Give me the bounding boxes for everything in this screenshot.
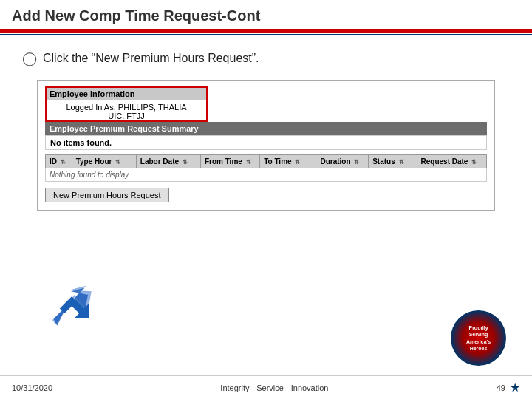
- arrow-indicator: [50, 284, 98, 335]
- logged-in-row: Logged In As: PHILLIPS, THALIA: [47, 103, 206, 112]
- footer-date: 10/31/2020: [12, 383, 52, 392]
- new-request-button[interactable]: New Premium Hours Request: [45, 188, 169, 202]
- uic-label: UIC:: [108, 112, 124, 120]
- col-request-date[interactable]: Request Date ⇅: [417, 155, 486, 168]
- sort-arrows-req[interactable]: ⇅: [471, 159, 477, 166]
- page-number: 49: [497, 383, 505, 392]
- seal-text: ProudlyServingAmerica'sHeroes: [466, 324, 491, 351]
- instruction-text: Click the “New Premium Hours Request”.: [43, 52, 259, 65]
- no-items-text: No items found.: [45, 135, 487, 150]
- col-status[interactable]: Status ⇅: [369, 155, 417, 168]
- footer: 10/31/2020 Integrity - Service - Innovat…: [0, 375, 532, 399]
- empty-row-cell: Nothing found to display.: [46, 168, 487, 182]
- sort-arrows-dur[interactable]: ⇅: [354, 159, 359, 166]
- arrow-svg: [50, 284, 98, 332]
- employee-info-highlight: Employee Information Logged In As: PHILL…: [45, 86, 208, 122]
- footer-page: 49 ★: [497, 381, 520, 395]
- clock-icon: ◯: [22, 50, 37, 66]
- uic-value: FTJJ: [126, 112, 144, 120]
- sort-arrows-from[interactable]: ⇅: [246, 159, 251, 166]
- col-id[interactable]: ID ⇅: [46, 155, 72, 168]
- col-type-hour[interactable]: Type Hour ⇅: [72, 155, 136, 168]
- summary-header: Employee Premium Request Summary: [45, 122, 487, 135]
- seal-logo: ProudlyServingAmerica'sHeroes: [451, 310, 510, 369]
- col-to-time[interactable]: To Time ⇅: [260, 155, 316, 168]
- table-header-row: ID ⇅ Type Hour ⇅ Labor Date ⇅ From Time …: [46, 155, 487, 168]
- employee-info-title: Employee Information: [47, 88, 206, 100]
- table-body: Nothing found to display.: [46, 168, 487, 182]
- header: Add New Comp Time Request-Cont: [0, 0, 532, 31]
- sort-arrows-type[interactable]: ⇅: [115, 159, 120, 166]
- uic-row: UIC: FTJJ: [47, 112, 206, 120]
- table-row-empty: Nothing found to display.: [46, 168, 487, 182]
- sort-arrows-status[interactable]: ⇅: [399, 159, 404, 166]
- sort-arrows-to[interactable]: ⇅: [295, 159, 300, 166]
- main-content: ◯ Click the “New Premium Hours Request”.…: [0, 35, 532, 225]
- sort-arrows-id[interactable]: ⇅: [61, 159, 66, 166]
- instruction-row: ◯ Click the “New Premium Hours Request”.: [22, 50, 510, 66]
- page-title: Add New Comp Time Request-Cont: [12, 7, 520, 24]
- premium-request-table: ID ⇅ Type Hour ⇅ Labor Date ⇅ From Time …: [45, 154, 487, 182]
- ui-panel: Employee Information Logged In As: PHILL…: [37, 80, 495, 211]
- star-icon: ★: [510, 381, 520, 395]
- logged-in-label: Logged In As:: [66, 103, 115, 112]
- logged-in-value: PHILLIPS, THALIA: [118, 103, 187, 112]
- col-labor-date[interactable]: Labor Date ⇅: [136, 155, 200, 168]
- table-header: ID ⇅ Type Hour ⇅ Labor Date ⇅ From Time …: [46, 155, 487, 168]
- col-duration[interactable]: Duration ⇅: [316, 155, 369, 168]
- sort-arrows-labor[interactable]: ⇅: [183, 159, 188, 166]
- red-divider: [0, 31, 532, 33]
- seal-circle: ProudlyServingAmerica'sHeroes: [451, 310, 506, 366]
- footer-center-text: Integrity - Service - Innovation: [220, 383, 328, 392]
- col-from-time[interactable]: From Time ⇅: [200, 155, 259, 168]
